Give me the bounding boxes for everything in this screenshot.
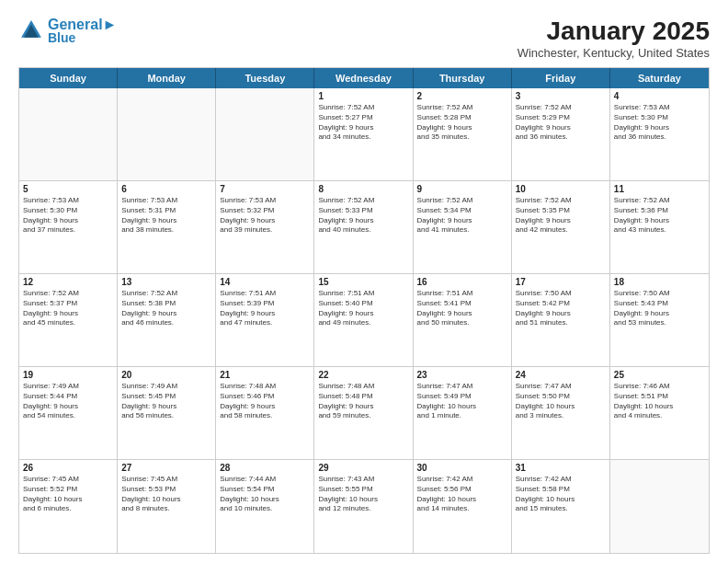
day-number: 26 — [23, 463, 113, 473]
day-info: Sunrise: 7:46 AM Sunset: 5:51 PM Dayligh… — [614, 382, 705, 421]
weekday-header: Sunday — [19, 68, 118, 88]
day-number: 31 — [516, 463, 606, 473]
calendar-cell: 29Sunrise: 7:43 AM Sunset: 5:55 PM Dayli… — [314, 460, 413, 553]
calendar-cell: 11Sunrise: 7:52 AM Sunset: 5:36 PM Dayli… — [610, 181, 709, 273]
day-info: Sunrise: 7:49 AM Sunset: 5:45 PM Dayligh… — [121, 382, 211, 421]
calendar-cell — [118, 88, 216, 180]
day-number: 17 — [516, 277, 606, 287]
weekday-header: Thursday — [414, 68, 512, 88]
weekday-header: Friday — [512, 68, 610, 88]
day-info: Sunrise: 7:51 AM Sunset: 5:39 PM Dayligh… — [220, 289, 310, 328]
day-info: Sunrise: 7:51 AM Sunset: 5:40 PM Dayligh… — [318, 289, 408, 328]
day-number: 22 — [318, 370, 408, 380]
day-info: Sunrise: 7:52 AM Sunset: 5:28 PM Dayligh… — [417, 103, 507, 143]
calendar-week: 19Sunrise: 7:49 AM Sunset: 5:44 PM Dayli… — [19, 367, 709, 460]
day-number: 19 — [23, 370, 113, 380]
day-number: 9 — [417, 184, 507, 194]
calendar-cell — [19, 88, 118, 180]
calendar-cell — [610, 460, 709, 553]
logo: General► Blue — [18, 17, 117, 45]
calendar-cell: 17Sunrise: 7:50 AM Sunset: 5:42 PM Dayli… — [512, 274, 610, 366]
day-number: 20 — [121, 370, 211, 380]
day-number: 2 — [417, 91, 507, 101]
day-info: Sunrise: 7:52 AM Sunset: 5:36 PM Dayligh… — [614, 196, 705, 236]
day-info: Sunrise: 7:52 AM Sunset: 5:29 PM Dayligh… — [516, 103, 606, 143]
calendar: SundayMondayTuesdayWednesdayThursdayFrid… — [18, 67, 710, 554]
day-number: 28 — [220, 463, 310, 473]
calendar-header: SundayMondayTuesdayWednesdayThursdayFrid… — [19, 68, 709, 88]
day-number: 18 — [614, 277, 705, 287]
day-info: Sunrise: 7:53 AM Sunset: 5:32 PM Dayligh… — [220, 196, 310, 236]
calendar-body: 1Sunrise: 7:52 AM Sunset: 5:27 PM Daylig… — [19, 88, 709, 553]
calendar-cell: 21Sunrise: 7:48 AM Sunset: 5:46 PM Dayli… — [216, 367, 314, 459]
calendar-cell: 26Sunrise: 7:45 AM Sunset: 5:52 PM Dayli… — [19, 460, 118, 553]
day-number: 30 — [417, 463, 507, 473]
day-number: 25 — [614, 370, 705, 380]
page: General► Blue January 2025 Winchester, K… — [0, 0, 728, 563]
day-number: 7 — [220, 184, 310, 194]
day-info: Sunrise: 7:42 AM Sunset: 5:58 PM Dayligh… — [516, 475, 606, 514]
calendar-cell: 9Sunrise: 7:52 AM Sunset: 5:34 PM Daylig… — [414, 181, 512, 273]
calendar-cell: 27Sunrise: 7:45 AM Sunset: 5:53 PM Dayli… — [118, 460, 216, 553]
calendar-cell: 28Sunrise: 7:44 AM Sunset: 5:54 PM Dayli… — [216, 460, 314, 553]
day-number: 5 — [23, 184, 113, 194]
calendar-cell: 22Sunrise: 7:48 AM Sunset: 5:48 PM Dayli… — [314, 367, 413, 459]
day-info: Sunrise: 7:52 AM Sunset: 5:35 PM Dayligh… — [516, 196, 606, 236]
day-info: Sunrise: 7:52 AM Sunset: 5:37 PM Dayligh… — [23, 289, 113, 328]
calendar-week: 1Sunrise: 7:52 AM Sunset: 5:27 PM Daylig… — [19, 88, 709, 181]
day-number: 21 — [220, 370, 310, 380]
calendar-cell: 20Sunrise: 7:49 AM Sunset: 5:45 PM Dayli… — [118, 367, 216, 459]
calendar-week: 26Sunrise: 7:45 AM Sunset: 5:52 PM Dayli… — [19, 460, 709, 553]
calendar-cell — [216, 88, 314, 180]
calendar-week: 5Sunrise: 7:53 AM Sunset: 5:30 PM Daylig… — [19, 181, 709, 274]
title-block: January 2025 Winchester, Kentucky, Unite… — [518, 17, 710, 60]
calendar-cell: 19Sunrise: 7:49 AM Sunset: 5:44 PM Dayli… — [19, 367, 118, 459]
day-number: 27 — [121, 463, 211, 473]
day-info: Sunrise: 7:53 AM Sunset: 5:30 PM Dayligh… — [614, 103, 705, 143]
subtitle: Winchester, Kentucky, United States — [518, 46, 710, 60]
day-number: 4 — [614, 91, 705, 101]
day-number: 23 — [417, 370, 507, 380]
day-info: Sunrise: 7:50 AM Sunset: 5:43 PM Dayligh… — [614, 289, 705, 328]
day-info: Sunrise: 7:48 AM Sunset: 5:46 PM Dayligh… — [220, 382, 310, 421]
day-number: 10 — [516, 184, 606, 194]
calendar-week: 12Sunrise: 7:52 AM Sunset: 5:37 PM Dayli… — [19, 274, 709, 367]
calendar-cell: 5Sunrise: 7:53 AM Sunset: 5:30 PM Daylig… — [19, 181, 118, 273]
calendar-cell: 14Sunrise: 7:51 AM Sunset: 5:39 PM Dayli… — [216, 274, 314, 366]
calendar-cell: 30Sunrise: 7:42 AM Sunset: 5:56 PM Dayli… — [414, 460, 512, 553]
day-info: Sunrise: 7:51 AM Sunset: 5:41 PM Dayligh… — [417, 289, 507, 328]
header: General► Blue January 2025 Winchester, K… — [18, 17, 710, 60]
day-info: Sunrise: 7:48 AM Sunset: 5:48 PM Dayligh… — [318, 382, 408, 421]
day-number: 1 — [318, 91, 408, 101]
day-number: 24 — [516, 370, 606, 380]
day-info: Sunrise: 7:49 AM Sunset: 5:44 PM Dayligh… — [23, 382, 113, 421]
calendar-cell: 7Sunrise: 7:53 AM Sunset: 5:32 PM Daylig… — [216, 181, 314, 273]
calendar-cell: 13Sunrise: 7:52 AM Sunset: 5:38 PM Dayli… — [118, 274, 216, 366]
day-info: Sunrise: 7:45 AM Sunset: 5:53 PM Dayligh… — [121, 475, 211, 514]
calendar-cell: 12Sunrise: 7:52 AM Sunset: 5:37 PM Dayli… — [19, 274, 118, 366]
calendar-cell: 8Sunrise: 7:52 AM Sunset: 5:33 PM Daylig… — [314, 181, 413, 273]
weekday-header: Wednesday — [314, 68, 413, 88]
calendar-cell: 3Sunrise: 7:52 AM Sunset: 5:29 PM Daylig… — [512, 88, 610, 180]
calendar-cell: 31Sunrise: 7:42 AM Sunset: 5:58 PM Dayli… — [512, 460, 610, 553]
main-title: January 2025 — [518, 17, 710, 46]
day-info: Sunrise: 7:53 AM Sunset: 5:31 PM Dayligh… — [121, 196, 211, 236]
calendar-cell: 1Sunrise: 7:52 AM Sunset: 5:27 PM Daylig… — [314, 88, 413, 180]
day-number: 3 — [516, 91, 606, 101]
weekday-header: Tuesday — [216, 68, 314, 88]
calendar-cell: 16Sunrise: 7:51 AM Sunset: 5:41 PM Dayli… — [414, 274, 512, 366]
calendar-cell: 25Sunrise: 7:46 AM Sunset: 5:51 PM Dayli… — [610, 367, 709, 459]
day-info: Sunrise: 7:52 AM Sunset: 5:38 PM Dayligh… — [121, 289, 211, 328]
logo-line2: Blue — [48, 31, 117, 45]
calendar-cell: 23Sunrise: 7:47 AM Sunset: 5:49 PM Dayli… — [414, 367, 512, 459]
calendar-cell: 4Sunrise: 7:53 AM Sunset: 5:30 PM Daylig… — [610, 88, 709, 180]
day-info: Sunrise: 7:47 AM Sunset: 5:50 PM Dayligh… — [516, 382, 606, 421]
day-number: 11 — [614, 184, 705, 194]
day-info: Sunrise: 7:53 AM Sunset: 5:30 PM Dayligh… — [23, 196, 113, 236]
day-info: Sunrise: 7:50 AM Sunset: 5:42 PM Dayligh… — [516, 289, 606, 328]
calendar-cell: 18Sunrise: 7:50 AM Sunset: 5:43 PM Dayli… — [610, 274, 709, 366]
logo-text: General► Blue — [48, 17, 117, 45]
day-number: 6 — [121, 184, 211, 194]
day-info: Sunrise: 7:45 AM Sunset: 5:52 PM Dayligh… — [23, 475, 113, 514]
day-number: 13 — [121, 277, 211, 287]
